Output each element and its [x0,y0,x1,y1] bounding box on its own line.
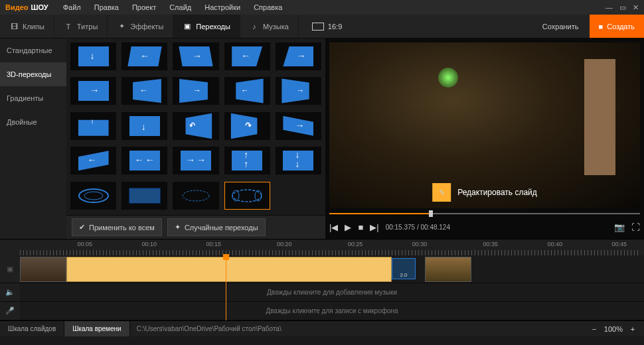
mic-placeholder: Дважды кликните для записи с микрофона [266,307,398,314]
video-clip[interactable] [66,257,392,282]
menu-help[interactable]: Справка [248,3,287,11]
preview-canvas[interactable]: ✎ Редактировать слайд [329,42,640,208]
music-track[interactable]: 🔈 Дважды кликните для добавления музыки [0,283,644,302]
time-display: 00:15.375 / 00:48.124 [386,224,450,231]
transition-thumb[interactable]: ← [224,42,270,70]
sidebar-item-standard[interactable]: Стандартные [0,38,66,62]
aspect-ratio-selector[interactable]: 16:9 [312,23,342,31]
fullscreen-button[interactable]: ⛶ [631,222,640,232]
transition-thumb[interactable]: ↓ [121,112,167,140]
snapshot-button[interactable]: 📷 [614,222,625,232]
transition-thumb[interactable]: ↑ [70,112,116,140]
transition-thumb[interactable]: ← [121,77,167,105]
next-button[interactable]: ▶| [370,222,378,232]
toolbar: 🎞 Клипы T Титры ✦ Эффекты ▣ Переходы ♪ М… [0,15,644,38]
transition-thumb[interactable]: → [173,77,218,105]
text-icon: T [64,22,73,31]
svg-point-4 [183,190,209,201]
maximize-icon[interactable]: ▭ [619,3,626,12]
video-track[interactable]: ▣ 2.0 [0,255,644,283]
speaker-icon: 🔈 [0,283,20,301]
zoom-out-button[interactable]: − [590,325,599,333]
ruler-mark: 00:40 [548,241,563,247]
timeline-ruler[interactable]: 00:05 00:10 00:15 00:20 00:25 00:30 00:3… [0,240,644,255]
check-icon: ✔ [79,223,85,232]
transitions-sidebar: Стандартные 3D-переходы Градиенты Двойны… [0,38,66,239]
current-time: 00:15.375 [386,224,416,231]
transition-thumb[interactable]: ←← [121,147,167,174]
transition-thumb[interactable]: ← [224,77,270,105]
seek-handle[interactable] [429,210,433,217]
transition-thumb[interactable]: → [276,42,321,70]
menu-settings[interactable]: Настройки [199,3,246,11]
menu-slide[interactable]: Слайд [164,3,197,11]
tab-titles[interactable]: T Титры [54,15,108,38]
tab-transitions[interactable]: ▣ Переходы [173,15,240,38]
playhead[interactable] [226,255,226,320]
tab-clips-label: Клипы [23,23,44,31]
transition-thumb[interactable]: ← [70,147,116,174]
tab-time-scale[interactable]: Шкала времени [64,321,129,336]
apply-all-button[interactable]: ✔ Применить ко всем [72,218,162,236]
transition-clip[interactable]: 2.0 [392,258,416,279]
transition-thumb[interactable]: → [173,42,218,70]
menu-file[interactable]: Файл [58,3,86,11]
sidebar-item-gradients[interactable]: Градиенты [0,86,66,110]
transition-thumb[interactable]: ↓ [70,42,116,70]
clip-thumbnail[interactable] [425,257,471,282]
sparkle-icon: ✦ [117,22,126,31]
camera-icon: ■ [599,23,604,31]
play-button[interactable]: ▶ [345,222,351,232]
shuffle-icon: ✦ [175,223,181,232]
menu-project[interactable]: Проект [127,3,161,11]
film-icon: 🎞 [9,22,19,31]
tab-music[interactable]: ♪ Музыка [240,15,299,38]
mic-track[interactable]: 🎤 Дважды кликните для записи с микрофона [0,302,644,320]
create-button[interactable]: ■ Создать [590,15,644,38]
transition-icon: ▣ [183,22,192,31]
transition-thumb[interactable]: → [276,77,321,105]
ruler-mark: 00:20 [277,241,292,247]
svg-rect-2 [129,188,160,203]
transition-thumb[interactable]: ↷ [224,112,270,140]
transition-thumb[interactable]: ↶ [173,112,218,140]
transition-duration-label: 2.0 [400,272,407,278]
save-label: Сохранить [542,23,579,31]
transition-thumb[interactable]: → [276,112,321,140]
tab-clips[interactable]: 🎞 Клипы [0,15,54,38]
edit-slide-button[interactable]: ✎ [432,183,451,202]
tab-effects[interactable]: ✦ Эффекты [108,15,173,38]
stop-button[interactable]: ■ [358,222,363,232]
svg-point-1 [84,192,103,200]
video-track-icon: ▣ [0,255,20,283]
menu-edit[interactable]: Правка [89,3,124,11]
save-button[interactable]: Сохранить [532,15,590,38]
edit-slide-label: Редактировать слайд [457,188,537,197]
transition-thumb-selected[interactable] [224,182,270,210]
transition-actions-bar: ✔ Применить ко всем ✦ Случайные переходы [66,215,325,239]
tab-titles-label: Титры [77,23,98,31]
transition-thumb[interactable]: ← [121,42,167,70]
tab-slide-scale[interactable]: Шкала слайдов [0,321,64,336]
aspect-icon [312,23,324,31]
clip-thumbnail[interactable] [20,257,66,282]
minimize-icon[interactable]: — [605,3,613,12]
transition-thumb[interactable] [70,182,116,210]
transition-thumb[interactable]: →→ [173,147,218,174]
transitions-panel: ↓ ← → ← → → ← → ← → ↑ ↓ ↶ ↷ → ← ←← →→ ↑↑… [66,38,325,239]
transition-thumb[interactable] [173,182,218,210]
zoom-in-button[interactable]: + [628,325,637,333]
apply-all-label: Применить ко всем [89,224,155,232]
sidebar-item-double[interactable]: Двойные [0,110,66,134]
transition-thumb[interactable] [121,182,167,210]
sidebar-item-3d[interactable]: 3D-переходы [0,62,66,86]
transition-thumb[interactable]: ↑↑ [224,147,270,174]
total-time: 00:48.124 [420,224,450,231]
close-icon[interactable]: ✕ [633,3,639,12]
preview-seekbar[interactable] [329,211,640,216]
random-transitions-button[interactable]: ✦ Случайные переходы [167,218,266,236]
ruler-mark: 00:10 [141,241,157,247]
transition-thumb[interactable]: → [70,77,116,105]
prev-button[interactable]: |◀ [329,222,338,232]
transition-thumb[interactable]: ↓↓ [276,147,321,174]
